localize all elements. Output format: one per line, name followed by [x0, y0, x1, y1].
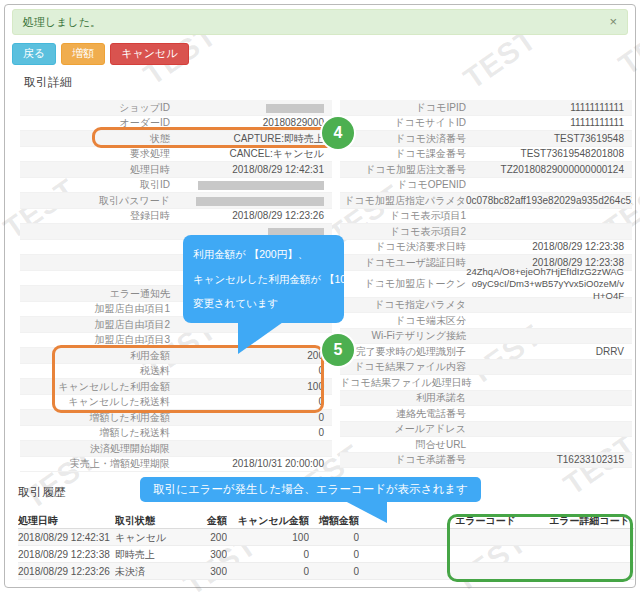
detail-row: ドコモ表示項目1	[340, 209, 632, 225]
field-label: ドコモ承諾番号	[340, 452, 466, 467]
detail-row: 利用承諾名	[340, 391, 632, 407]
field-value: 2018/08/29 12:42:31	[170, 162, 332, 177]
field-label: 加盟店自由項目2	[20, 317, 170, 332]
detail-row: 処理日時2018/08/29 12:42:31	[20, 162, 332, 178]
field-label: ドコモ指定パラメタ	[340, 297, 466, 312]
detail-row: 実売上・増額処理期限2018/10/31 20:00:00	[20, 457, 332, 473]
action-toolbar: 戻る 増額 キャンセル	[12, 43, 189, 65]
amount-highlight-box	[52, 345, 324, 413]
detail-row: 要求処理CANCEL:キャンセル	[20, 147, 332, 163]
amount-speech-bubble: 利用金額が 【200円】、 キャンセルした利用金額が 【100円】 に 変更され…	[183, 235, 344, 323]
detail-row: ショップID	[20, 100, 332, 116]
history-cell: 未決済	[115, 563, 191, 579]
field-value: 2018/08/29 12:23:38	[466, 239, 632, 254]
bubble-line: キャンセルした利用金額が 【100円】 に	[193, 267, 334, 292]
field-value: TEST73619548	[466, 131, 632, 146]
field-label: メールアドレス	[340, 421, 466, 436]
history-cell: 即時売上	[115, 546, 191, 562]
field-label: 登録日時	[20, 208, 170, 223]
field-value: 11111111111	[466, 100, 632, 115]
field-label: ドコモ課金番号	[340, 146, 466, 161]
detail-row: ドコモ加盟店指定パラメタ0c078bc82aff193e82029a935d26…	[340, 193, 632, 209]
status-highlight-box	[92, 127, 344, 148]
detail-row: ドコモ結果ファイル処理日時	[340, 375, 632, 391]
field-value: 11111111111	[466, 115, 632, 130]
detail-row: 取引パスワード	[20, 193, 332, 209]
field-label: ドコモサイトID	[340, 115, 466, 130]
alert-message: 処理しました。	[23, 16, 101, 28]
field-label: ショップID	[20, 100, 170, 115]
history-cell: 100	[227, 529, 309, 545]
history-cell: 0	[309, 563, 359, 579]
history-cell: 300	[191, 546, 227, 562]
cancel-button[interactable]: キャンセル	[110, 43, 188, 65]
history-section-title: 取引履歴	[18, 484, 66, 501]
field-value	[170, 100, 332, 115]
detail-row: 増額した税送料0	[20, 426, 332, 442]
bubble-line: 利用金額が 【200円】、	[193, 242, 334, 267]
back-button[interactable]: 戻る	[12, 43, 56, 65]
speech-bubble-tail	[238, 320, 286, 354]
redacted-value	[266, 104, 324, 113]
field-value: TEST73619548201808	[466, 146, 632, 161]
field-label: ドコモ端末区分	[340, 313, 466, 328]
field-value: 2018/08/29 12:23:26	[170, 208, 332, 223]
field-label: ドコモ決済番号	[340, 131, 466, 146]
detail-row: ドコモ端末区分	[340, 313, 632, 329]
history-cell: キャンセル	[115, 529, 191, 545]
field-label: Wi-Fiテザリング接続	[340, 328, 466, 343]
field-value: T16233102315	[466, 452, 632, 467]
history-col-header: キャンセル金額	[227, 512, 309, 528]
field-label: ドコモ決済要求日時	[340, 239, 466, 254]
field-label: ドコモOPENID	[340, 177, 466, 192]
field-label: 処理日時	[20, 162, 170, 177]
detail-row: Wi-Fiテザリング接続	[340, 329, 632, 345]
field-label: 決済処理開始期限	[20, 441, 170, 456]
field-value: 0c078bc82aff193e82029a935d264c51	[466, 193, 632, 208]
field-label: 加盟店自由項目1	[20, 301, 170, 316]
error-callout: 取引にエラーが発生した場合、エラーコードが表示されます	[140, 477, 481, 502]
field-label: ドコモユーザ認証日時	[340, 255, 466, 270]
detail-row: ドコモOPENID	[340, 178, 632, 194]
field-label: ドコモ表示項目2	[340, 224, 466, 239]
history-col-header: 金額	[191, 512, 227, 528]
error-callout-tail	[345, 501, 387, 523]
field-label: エラー通知先	[20, 286, 170, 301]
field-label: 完了要求時の処理識別子	[340, 344, 466, 359]
detail-row: 登録日時2018/08/29 12:23:26	[20, 209, 332, 225]
history-col-header: 取引状態	[115, 512, 191, 528]
detail-row: ドコモ課金番号TEST73619548201808	[340, 147, 632, 163]
field-value: 24ZhqA/O8+ejeOh7HjEfIdIzG2zWAGo9yC9cI/Dm…	[466, 266, 632, 302]
detail-section-title: 取引詳細	[24, 74, 72, 91]
increase-button[interactable]: 増額	[61, 43, 105, 65]
field-label: 連絡先電話番号	[340, 406, 466, 421]
field-label: 取引ID	[20, 177, 170, 192]
detail-row: ドコモ決済要求日時2018/08/29 12:23:38	[340, 240, 632, 256]
history-cell: 0	[309, 546, 359, 562]
detail-row: ドコモ表示項目2	[340, 224, 632, 240]
field-value	[170, 193, 332, 208]
field-value: CANCEL:キャンセル	[170, 146, 332, 161]
history-cell: 0	[227, 546, 309, 562]
field-label: 取引パスワード	[20, 193, 170, 208]
field-label: ドコモ表示項目1	[340, 208, 466, 223]
close-icon[interactable]: ×	[609, 10, 617, 34]
detail-row: 取引ID	[20, 178, 332, 194]
field-label: 実売上・増額処理期限	[20, 456, 170, 471]
detail-row: 完了要求時の処理識別子DRRV	[340, 344, 632, 360]
history-cell: 0	[309, 529, 359, 545]
detail-row: メールアドレス	[340, 422, 632, 438]
history-cell: 0	[227, 563, 309, 579]
history-cell: 2018/08/29 12:42:31	[18, 529, 115, 545]
history-cell: 2018/08/29 12:23:38	[18, 546, 115, 562]
field-value	[170, 177, 332, 192]
detail-row: ドコモ加盟店注文番号TZ20180829000000000124	[340, 162, 632, 178]
step-badge-5: 5	[322, 334, 354, 366]
field-label: ドコモ加盟店注文番号	[340, 162, 466, 177]
field-label: ドコモ加盟店指定パラメタ	[340, 193, 466, 208]
redacted-value	[198, 181, 324, 190]
detail-row: 連絡先電話番号	[340, 406, 632, 422]
field-value: TZ20180829000000000124	[466, 162, 632, 177]
detail-row: ドコモIPID11111111111	[340, 100, 632, 116]
detail-row: ドコモ承諾番号T16233102315	[340, 453, 632, 469]
